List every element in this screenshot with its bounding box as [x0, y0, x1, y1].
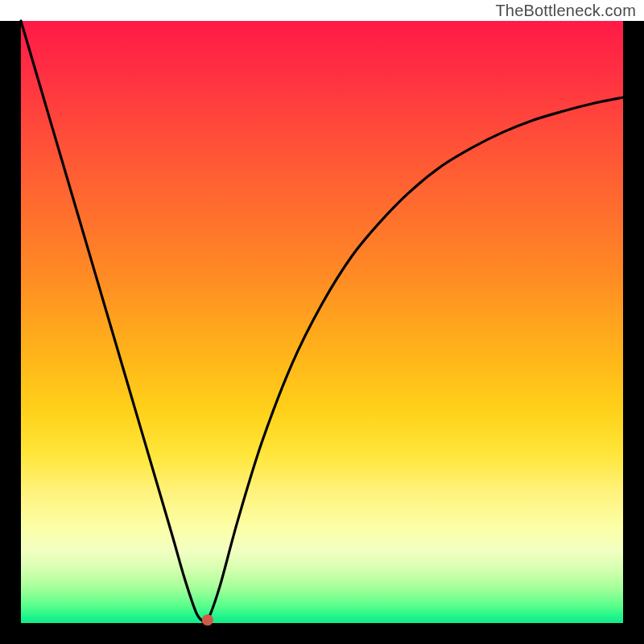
chart-frame: TheBottleneck.com — [0, 0, 644, 644]
bottleneck-curve-svg — [21, 21, 623, 623]
plot-area — [21, 21, 623, 623]
optimum-marker — [202, 614, 213, 625]
bottleneck-curve — [21, 21, 623, 623]
attribution-bar: TheBottleneck.com — [0, 0, 644, 21]
attribution-text: TheBottleneck.com — [495, 2, 636, 19]
